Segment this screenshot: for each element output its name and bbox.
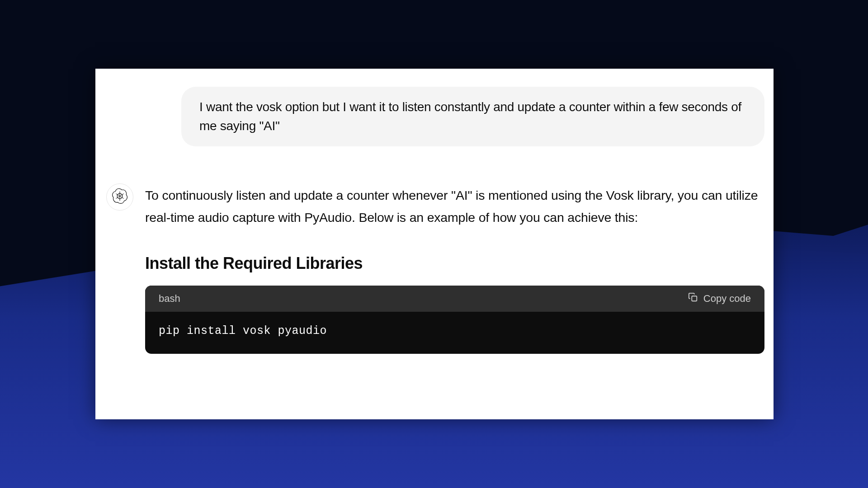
- assistant-content: To continuously listen and update a coun…: [145, 183, 764, 354]
- openai-logo-icon: [112, 188, 127, 206]
- section-heading-install: Install the Required Libraries: [145, 254, 764, 273]
- copy-code-label: Copy code: [703, 293, 751, 305]
- assistant-avatar: [106, 183, 133, 211]
- user-message-text: I want the vosk option but I want it to …: [199, 100, 741, 133]
- code-block: bash Copy code pip install vosk pyaudio: [145, 286, 764, 354]
- code-language-label: bash: [159, 293, 180, 305]
- copy-code-button[interactable]: Copy code: [688, 292, 751, 305]
- copy-icon: [688, 292, 698, 305]
- assistant-message-row: To continuously listen and update a coun…: [95, 183, 774, 354]
- user-message-bubble: I want the vosk option but I want it to …: [181, 87, 764, 146]
- svg-rect-1: [692, 296, 697, 301]
- code-content[interactable]: pip install vosk pyaudio: [145, 312, 764, 354]
- assistant-intro-text: To continuously listen and update a coun…: [145, 184, 764, 229]
- chat-window: I want the vosk option but I want it to …: [95, 69, 774, 419]
- code-block-header: bash Copy code: [145, 286, 764, 312]
